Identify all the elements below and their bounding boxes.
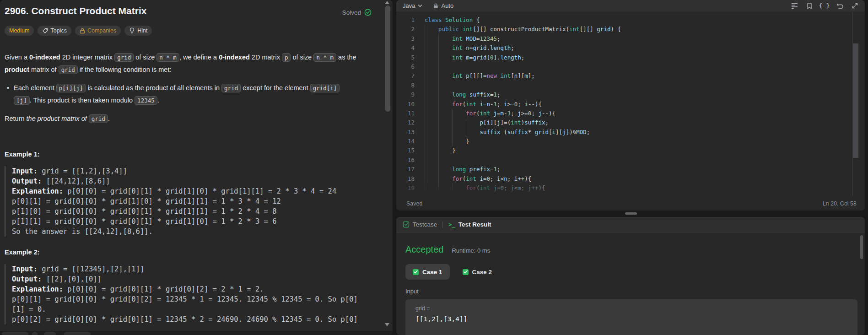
language-selector[interactable]: Java (403, 2, 422, 9)
condition-bullet: • Each element p[i][j] is calculated as … (5, 82, 389, 107)
code-text: for(int j=m-1; j>=0; j--){ (425, 109, 555, 118)
tag-icon (42, 28, 48, 34)
scrollbar-down-arrow[interactable] (385, 323, 389, 326)
indent-guide (438, 43, 439, 53)
bottom-bar-button[interactable] (44, 332, 56, 335)
code-line: 3 int MOD=12345; (396, 34, 865, 43)
code-line: 6 (396, 62, 865, 71)
code-text: } (425, 146, 456, 155)
input-label: Input (405, 288, 865, 295)
indent-guide (425, 109, 425, 118)
problem-statement: Given a 0-indexed 2D integer matrix grid… (5, 51, 389, 76)
companies-button[interactable]: Companies (75, 26, 121, 36)
example-block: Input: grid = [[12345],[2],[1]] Output: … (5, 264, 389, 324)
line-number: 12 (396, 118, 415, 127)
code-fade (396, 181, 853, 198)
undo-icon[interactable] (836, 2, 843, 10)
expand-icon[interactable] (851, 2, 858, 10)
tab-test-result[interactable]: >_ Test Result (448, 221, 491, 228)
case-button-2[interactable]: Case 2 (455, 264, 500, 280)
indent-guide (425, 53, 425, 62)
test-result-panel: Testcase >_ Test Result Accepted Runtime… (396, 217, 865, 335)
line-number: 4 (396, 43, 415, 53)
line-number: 6 (396, 62, 415, 71)
code-line: 2 public int[][] constructProductMatrix(… (396, 25, 865, 34)
indent-guide (425, 71, 425, 81)
test-result-body: Accepted Runtime: 0 ms Case 1Case 2 Inpu… (396, 232, 865, 335)
inline-code-chip: n * m (156, 53, 179, 62)
line-number: 7 (396, 71, 415, 81)
indent-guide (438, 146, 439, 155)
indent-guide (425, 137, 425, 146)
code-line: 15 } (396, 146, 865, 155)
topics-button[interactable]: Topics (38, 26, 71, 36)
bottom-bar (0, 331, 393, 335)
code-line: 11 for(int j=m-1; j>=0; j--){ (396, 109, 865, 118)
hint-button[interactable]: Hint (124, 26, 152, 36)
input-variable-name: grid = (415, 305, 847, 312)
code-text: } (425, 137, 469, 146)
code-line: 17 long prefix=1; (396, 165, 865, 174)
input-value: [[1,2],[3,4]] (415, 315, 847, 323)
tab-testcase-label: Testcase (413, 221, 437, 228)
code-area[interactable]: 1class Solution {2 public int[][] constr… (396, 16, 865, 193)
code-line: 13 suffix=(suffix* grid[i][j])%MOD; (396, 128, 865, 137)
braces-icon[interactable]: { } (821, 2, 828, 10)
examples-section: Example 1:Input: grid = [[1,2],[3,4]] Ou… (5, 151, 389, 324)
indent-guide (425, 25, 425, 34)
line-number: 11 (396, 109, 415, 118)
language-label: Java (403, 2, 415, 9)
difficulty-label: Medium (9, 27, 29, 34)
test-panel-scrollbar-thumb[interactable] (860, 235, 863, 259)
indent-guide (425, 128, 425, 137)
scrollbar-up-arrow[interactable] (385, 1, 389, 4)
case-button-1[interactable]: Case 1 (405, 264, 450, 280)
indent-guide (438, 118, 439, 127)
bottom-bar-button[interactable] (2, 332, 28, 335)
example-block: Input: grid = [[1,2],[3,4]] Output: [[24… (5, 166, 389, 237)
cursor-position[interactable]: Ln 20, Col 58 (823, 200, 857, 207)
indent-guide (425, 81, 425, 90)
editor-scrollbar-thumb[interactable] (853, 43, 858, 158)
code-text (425, 156, 452, 165)
difficulty-badge[interactable]: Medium (5, 26, 34, 36)
case-selector: Case 1Case 2 (405, 264, 865, 280)
indent-guide (438, 90, 439, 99)
code-text: suffix=(suffix* grid[i][j])%MOD; (425, 128, 590, 137)
indent-guide (425, 43, 425, 53)
inline-code-chip: grid (89, 114, 108, 123)
panel-resize-handle[interactable] (625, 212, 637, 215)
problem-scrollbar-thumb[interactable] (385, 5, 390, 112)
indent-guide (438, 100, 439, 109)
code-text: public int[][] constructProductMatrix(in… (425, 25, 621, 34)
format-code-icon[interactable] (791, 2, 798, 10)
editor-toolbar: Java Auto (396, 0, 865, 11)
bottom-bar-button[interactable] (32, 332, 38, 335)
bottom-bar-button[interactable] (64, 332, 91, 335)
line-number: 13 (396, 128, 415, 137)
case-label: Case 1 (422, 269, 442, 276)
indent-guide (438, 137, 439, 146)
case-passed-icon (463, 269, 469, 275)
indent-guide (438, 156, 439, 165)
code-line: 5 int m=grid[0].length; (396, 53, 865, 62)
line-number: 3 (396, 34, 415, 43)
bookmark-icon[interactable] (806, 2, 813, 10)
inline-code-chip: [j] (14, 96, 30, 105)
auto-toggle[interactable]: Auto (433, 2, 453, 9)
input-box[interactable]: grid = [[1,2],[3,4]] (405, 299, 857, 335)
return-statement: Return the product matrix of grid. (5, 113, 389, 125)
indent-guide (438, 128, 439, 137)
editor-actions: { } (791, 2, 858, 10)
code-text: long suffix=1; (425, 90, 501, 99)
code-text (425, 62, 452, 71)
code-line: 16 (396, 156, 865, 165)
tab-test-result-label: Test Result (458, 221, 491, 228)
code-line: 1class Solution { (396, 16, 865, 25)
tab-testcase[interactable]: Testcase (403, 221, 437, 228)
example-heading: Example 1: (5, 151, 389, 158)
indent-guide (438, 109, 439, 118)
code-line: 4 int n=grid.length; (396, 43, 865, 53)
saved-status: Saved (406, 200, 422, 207)
indent-guide (425, 156, 425, 165)
